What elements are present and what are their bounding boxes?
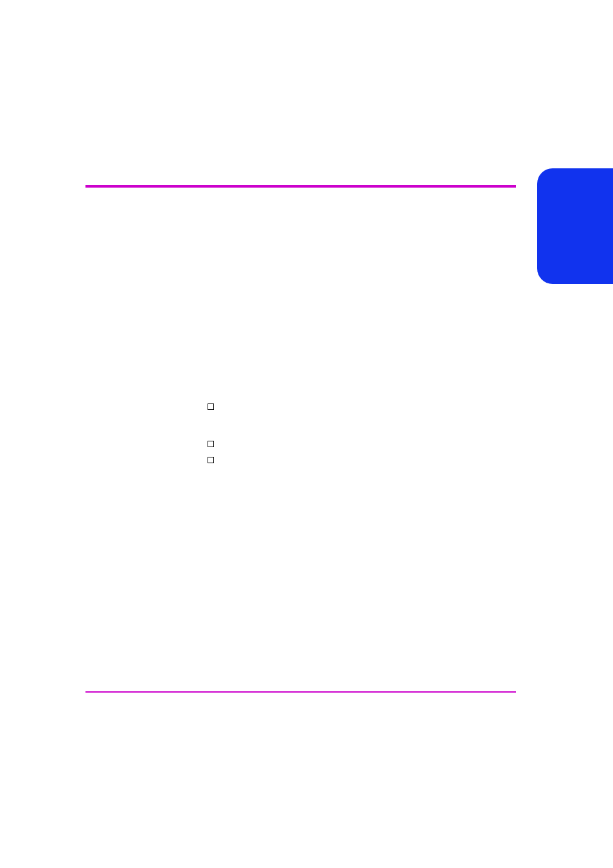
checkbox-icon[interactable] (208, 441, 214, 447)
checkbox-list (208, 403, 219, 473)
checkbox-item (208, 441, 219, 447)
checkbox-icon[interactable] (208, 457, 214, 463)
content-area (85, 185, 516, 188)
divider-bottom (85, 691, 516, 693)
checkbox-item (208, 403, 219, 410)
checkbox-item (208, 457, 219, 463)
divider-top (85, 185, 516, 188)
checkbox-icon[interactable] (208, 403, 214, 410)
side-tab[interactable] (537, 168, 613, 284)
